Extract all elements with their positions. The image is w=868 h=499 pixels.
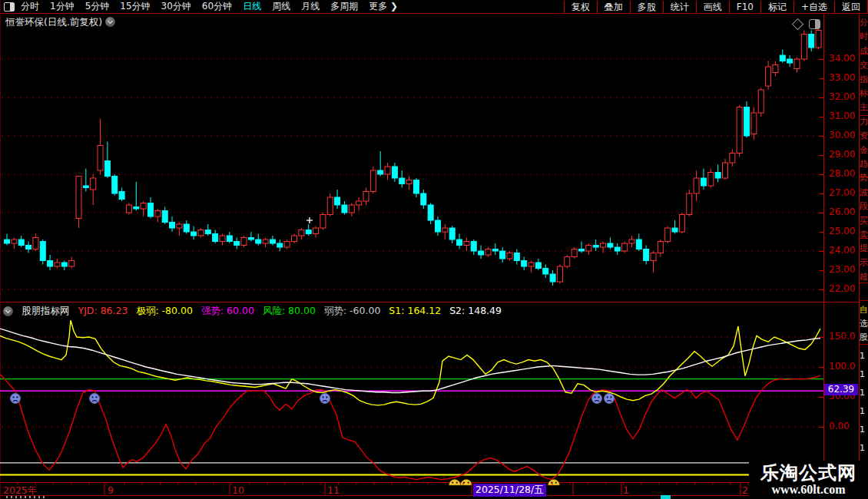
- right-edge-glyph: 段: [860, 202, 868, 210]
- candle: [457, 234, 462, 250]
- right-edge-glyph: 金: [860, 146, 868, 154]
- candle: [134, 182, 139, 211]
- candle: [629, 236, 634, 247]
- candle: [349, 203, 354, 217]
- date-label-2025年: 2025年: [3, 484, 37, 497]
- candle: [492, 243, 498, 255]
- watermark: 乐淘公式网 www.60lt.com: [749, 461, 868, 499]
- indicator-values: YJD: 86.23极弱: -80.00强势: 60.00风险: 80.00弱势…: [78, 305, 502, 318]
- indicator-tick-label: 150.0: [829, 331, 855, 342]
- candle: [751, 107, 757, 140]
- right-edge-glyph: 主: [860, 103, 868, 111]
- price-tick-label: 27.00: [829, 187, 855, 198]
- candle: [335, 190, 340, 209]
- sad-face-marker: [90, 394, 100, 404]
- right-edge-separator: [860, 54, 868, 55]
- candle: [479, 246, 484, 259]
- right-edge-glyph: 时: [860, 32, 868, 41]
- candle: [342, 201, 347, 215]
- candle: [651, 251, 656, 273]
- right-edge-glyph: 标: [860, 89, 868, 97]
- candle: [313, 226, 319, 238]
- candle: [61, 261, 67, 271]
- indicator-field: 极弱: -80.00: [136, 305, 192, 318]
- diamond-icon[interactable]: [792, 18, 804, 31]
- price-tick-label: 32.00: [829, 91, 855, 102]
- indicator-tick-dash: [819, 367, 823, 368]
- right-edge-glyph: 股: [860, 333, 868, 342]
- candle: [485, 247, 491, 257]
- price-tick-dash: [819, 117, 823, 117]
- candle: [104, 142, 110, 179]
- candle: [708, 169, 714, 188]
- sad-face-marker: [605, 394, 615, 404]
- candle: [528, 261, 534, 273]
- right-edge-separator: [860, 344, 868, 345]
- price-tick-dash: [819, 136, 823, 137]
- price-tick-dash: [819, 193, 823, 194]
- candle: [76, 177, 81, 229]
- candle: [442, 224, 448, 240]
- indicator-tick-label: 100.0: [829, 361, 855, 372]
- indicator-name: 股朋指标网: [22, 305, 70, 318]
- candle: [155, 209, 161, 223]
- candle: [406, 177, 412, 190]
- split-panel-icon[interactable]: [809, 19, 820, 29]
- candle: [83, 169, 88, 192]
- candle: [694, 170, 699, 201]
- right-edge-separator: [860, 115, 868, 116]
- right-edge-glyph: 1: [860, 407, 865, 415]
- chart-corner-icons: [793, 19, 820, 29]
- candle: [55, 259, 60, 269]
- price-tick-label: 28.00: [829, 168, 855, 179]
- candle: [98, 119, 103, 175]
- candle: [126, 203, 131, 215]
- candle: [91, 174, 96, 205]
- indicator-value-badge: 62.39: [824, 384, 858, 395]
- indicator-chevron-down-icon[interactable]: [3, 306, 13, 316]
- indicator-header: 股朋指标网 YJD: 86.23极弱: -80.00强势: 60.00风险: 8…: [3, 305, 502, 318]
- chart-title-bar: 恒誉环保(日线.前复权): [5, 16, 115, 29]
- price-tick-dash: [819, 97, 823, 98]
- candle: [270, 236, 275, 246]
- candle: [766, 61, 771, 91]
- candle: [12, 238, 17, 250]
- candle: [500, 247, 505, 263]
- candle: [299, 228, 304, 240]
- candle: [292, 234, 297, 244]
- right-edge-glyph: 买: [860, 216, 868, 225]
- candle: [658, 240, 663, 257]
- price-tick-label: 30.00: [829, 130, 855, 140]
- right-edge-glyph: 1: [860, 352, 865, 360]
- candle: [672, 220, 678, 234]
- price-tick-dash: [819, 59, 823, 60]
- title-chevron-down-icon[interactable]: [105, 17, 115, 27]
- candle: [593, 240, 598, 251]
- candle: [471, 240, 476, 255]
- price-tick-label: 22.00: [829, 283, 855, 294]
- candle: [586, 243, 591, 255]
- candle: [449, 226, 455, 244]
- candle: [773, 61, 778, 77]
- right-edge-glyph: 自: [860, 306, 868, 314]
- candle: [636, 234, 641, 252]
- candle: [277, 240, 283, 251]
- candle: [399, 170, 405, 188]
- indicator-field: S2: 148.49: [449, 305, 502, 318]
- candle: [284, 240, 290, 250]
- right-edge-glyph: 超: [860, 273, 868, 281]
- candle: [170, 216, 175, 232]
- candle: [794, 58, 800, 73]
- sad-face-marker: [592, 394, 602, 404]
- watermark-url: www.60lt.com: [749, 483, 868, 496]
- candle: [112, 174, 118, 196]
- price-tick-label: 25.00: [829, 226, 855, 236]
- right-edge-glyph: 波: [860, 188, 868, 197]
- candle: [421, 190, 426, 209]
- candle: [780, 50, 785, 64]
- date-label-9: 9: [108, 484, 114, 496]
- candle: [550, 270, 555, 286]
- right-edge-glyph: 选: [860, 319, 868, 328]
- right-edge-glyph: 势: [860, 173, 868, 182]
- indicator-field: S1: 164.12: [389, 305, 441, 318]
